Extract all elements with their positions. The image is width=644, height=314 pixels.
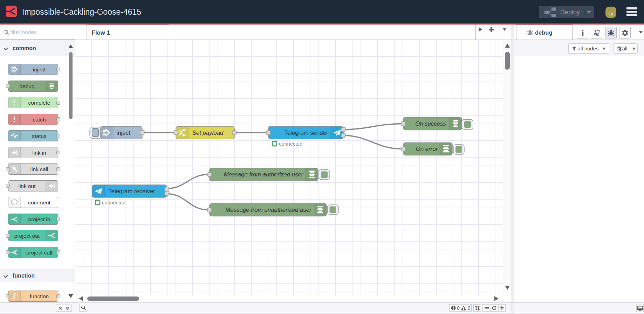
svg-text:f: f xyxy=(13,292,16,300)
svg-text:Telegram receiver: Telegram receiver xyxy=(108,188,155,195)
svg-text:On success: On success xyxy=(415,120,446,127)
svg-text:On error: On error xyxy=(416,146,438,152)
svg-text:Message from autherized user: Message from autherized user xyxy=(224,171,304,178)
svg-text:inject: inject xyxy=(116,130,130,136)
svg-text:connected: connected xyxy=(102,200,125,205)
svg-text:Set payload: Set payload xyxy=(192,130,224,136)
svg-text:Telegram sender: Telegram sender xyxy=(285,130,328,136)
svg-text:Message from unautherized user: Message from unautherized user xyxy=(225,207,312,213)
svg-text:connected: connected xyxy=(279,141,302,147)
